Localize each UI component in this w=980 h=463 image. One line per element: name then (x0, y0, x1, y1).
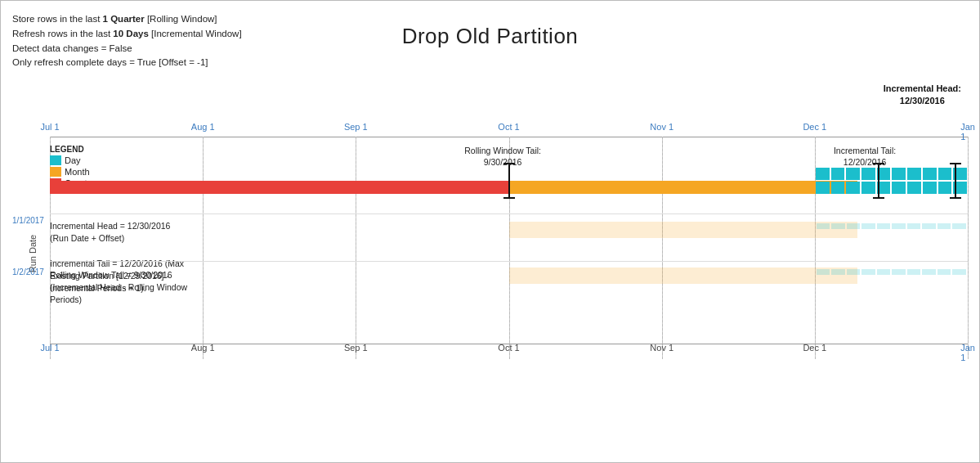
rolling-window-value: 1 Quarter (103, 14, 145, 24)
legend-item-day: Day (50, 155, 111, 165)
day-tile (816, 168, 830, 180)
x-bottom-jan: Jan 1 (960, 343, 975, 362)
day-tile (861, 168, 875, 180)
day-tiles-row2 (815, 182, 968, 194)
row-label-1: 1/1/2017 (12, 216, 44, 225)
x-label-oct: Oct 1 (498, 122, 519, 132)
day-tiles-row1 (815, 168, 968, 180)
x-bottom-aug: Aug 1 (191, 343, 215, 353)
day-tile (938, 168, 952, 180)
legend-label-month: Month (65, 167, 90, 177)
x-bottom-oct: Oct 1 (498, 343, 519, 353)
x-label-sep: Sep 1 (344, 122, 368, 132)
row-label-2: 1/2/2017 (12, 267, 44, 276)
day-tile (907, 182, 921, 194)
x-bottom-sep: Sep 1 (344, 343, 368, 353)
day-tile (831, 182, 845, 194)
ibeam-jan1-top (950, 163, 961, 164)
day-tile (846, 168, 860, 180)
x-label-dec: Dec 1 (803, 122, 826, 132)
day-tile (923, 182, 937, 194)
legend-label-day: Day (65, 155, 81, 165)
ibeam-oct-bottom (503, 197, 515, 199)
main-container: Store rows in the last 1 Quarter [Rollin… (0, 0, 980, 463)
inc-head-top-label: Incremental Head: 12/30/2016 (884, 83, 961, 108)
day-tile (846, 182, 860, 194)
day-tile (831, 168, 845, 180)
legend-title: LEGEND (50, 145, 111, 154)
annotation-rolling-tail: Rolling Window Tail = 9/30/2016 (Increme… (50, 269, 230, 307)
timeline-area: Jul 1 Aug 1 Sep 1 Oct 1 Nov 1 Dec 1 Jan … (50, 122, 968, 359)
x-axis-top: Jul 1 Aug 1 Sep 1 Oct 1 Nov 1 Dec 1 Jan … (50, 122, 968, 138)
x-label-nov: Nov 1 (650, 122, 673, 132)
legend-color-month (50, 167, 61, 177)
ibeam-jan1-bottom (950, 197, 961, 199)
row2-month-light (509, 267, 858, 284)
day-tiles-container (815, 168, 968, 196)
row2-separator (50, 261, 968, 262)
x-axis-bottom: Jul 1 Aug 1 Sep 1 Oct 1 Nov 1 Dec 1 Jan … (50, 343, 968, 359)
x-label-jul: Jul 1 (40, 122, 59, 132)
day-tile (907, 168, 921, 180)
info-line4: Only refresh complete days = True [Offse… (12, 56, 242, 70)
chart-title: Drop Old Partition (1, 24, 979, 49)
day-tile (892, 182, 906, 194)
ibeam-oct-line (508, 163, 510, 199)
rolling-window-tail-label: Rolling Window Tail: 9/30/2016 (454, 145, 552, 168)
bar-quarter-red (50, 181, 509, 194)
day-tile (816, 182, 830, 194)
x-bottom-dec: Dec 1 (803, 343, 826, 353)
grid-nov (662, 137, 663, 359)
ibeam-jan1-line (955, 163, 956, 199)
ibeam-dec20-bottom (873, 197, 884, 199)
x-bottom-jul: Jul 1 (40, 343, 59, 353)
day-tile (861, 182, 875, 194)
row1-day-tiles-container (815, 222, 968, 238)
bar-month-orange (509, 181, 858, 194)
day-tile (923, 168, 937, 180)
grid-jan (968, 137, 969, 359)
row1-separator (50, 214, 968, 214)
incremental-tail-label: Incremental Tail: 12/20/2016 (812, 145, 918, 168)
day-tile (938, 182, 952, 194)
row2-day-tiles (815, 267, 968, 284)
legend-item-month: Month (50, 167, 111, 177)
day-tile (892, 168, 906, 180)
legend-color-day (50, 155, 61, 165)
x-label-aug: Aug 1 (191, 122, 215, 132)
x-bottom-nov: Nov 1 (650, 343, 673, 353)
row1-month-light (509, 222, 858, 238)
grid-sep (356, 137, 356, 359)
ibeam-dec20-line (878, 163, 879, 199)
